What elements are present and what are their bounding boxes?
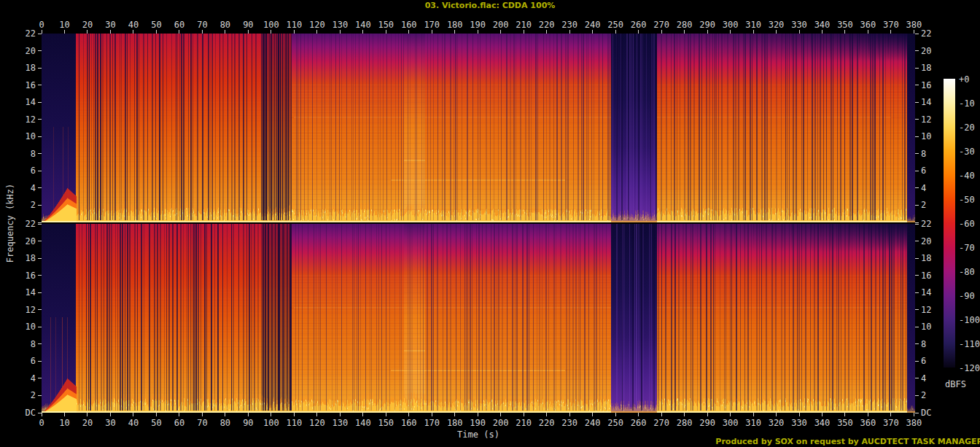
freq-tick-mark: [915, 258, 919, 259]
freq-tick-label: 20: [921, 236, 942, 246]
freq-tick-mark: [38, 187, 42, 188]
time-tick-mark: [638, 413, 639, 416]
time-tick-label: 320: [768, 20, 785, 30]
freq-tick-label: 6: [921, 166, 942, 176]
time-tick-mark: [822, 413, 822, 416]
time-tick-mark: [615, 30, 616, 34]
freq-tick-mark: [38, 309, 42, 310]
time-tick-label: 40: [125, 20, 142, 30]
time-tick-label: 370: [882, 20, 900, 30]
time-tick-label: 80: [217, 20, 234, 30]
time-tick-mark: [868, 30, 868, 34]
time-tick-mark: [524, 413, 524, 416]
freq-tick-label: 14: [15, 97, 36, 107]
time-tick-label: 100: [262, 418, 280, 428]
time-tick-label: 290: [699, 20, 716, 30]
time-tick-mark: [799, 413, 800, 416]
time-tick-mark: [822, 30, 822, 34]
time-tick-mark: [799, 30, 800, 34]
freq-tick-mark: [915, 395, 919, 396]
colorbar-tick-label: +0: [959, 74, 969, 85]
freq-tick-label: 18: [921, 253, 942, 263]
freq-tick-label: 12: [15, 305, 36, 315]
freq-tick-mark: [915, 275, 919, 276]
time-tick-mark: [408, 413, 409, 416]
freq-tick-mark: [915, 50, 919, 51]
freq-tick-mark: [915, 205, 919, 206]
time-tick-mark: [248, 30, 249, 34]
time-tick-label: 20: [79, 20, 96, 30]
time-tick-mark: [661, 413, 662, 416]
time-tick-label: 50: [147, 418, 165, 428]
freq-tick-label: 22: [921, 28, 942, 39]
time-tick-label: 210: [515, 20, 532, 30]
freq-tick-label: 6: [15, 166, 36, 176]
time-tick-label: 150: [377, 20, 394, 30]
freq-tick-mark: [38, 361, 42, 362]
time-tick-mark: [454, 30, 455, 34]
time-tick-mark: [914, 30, 914, 34]
time-tick-mark: [569, 413, 570, 416]
freq-tick-label: 2: [921, 390, 942, 400]
time-tick-label: 330: [790, 20, 808, 30]
freq-tick-mark: [38, 327, 42, 327]
freq-tick-mark: [915, 292, 919, 293]
freq-tick-label: DC: [15, 408, 36, 418]
time-tick-mark: [179, 30, 179, 34]
freq-tick-label: 4: [15, 183, 36, 193]
time-tick-mark: [202, 30, 203, 34]
spectrogram-window: 03. Victorio.flac: CDDA 100% 00101020203…: [0, 0, 980, 447]
page-title: 03. Victorio.flac: CDDA 100%: [425, 1, 556, 10]
time-tick-label: 360: [859, 418, 876, 428]
freq-tick-mark: [38, 241, 42, 241]
time-tick-mark: [730, 413, 731, 416]
time-tick-label: 140: [354, 418, 372, 428]
time-tick-mark: [362, 30, 363, 34]
time-tick-label: 300: [722, 418, 739, 428]
freq-tick-label: 12: [15, 114, 36, 125]
freq-tick-label: 16: [15, 80, 36, 90]
time-tick-label: 170: [423, 20, 440, 30]
time-tick-label: 270: [653, 418, 670, 428]
time-tick-label: 40: [125, 418, 142, 428]
colorbar-tick-label: -120: [959, 363, 980, 373]
dbfs-colorbar: [944, 79, 955, 368]
time-tick-mark: [202, 413, 203, 416]
freq-tick-mark: [915, 187, 919, 188]
freq-tick-label: DC: [921, 408, 942, 418]
time-tick-label: 120: [308, 418, 326, 428]
time-tick-label: 70: [193, 418, 211, 428]
freq-tick-mark: [38, 275, 42, 276]
freq-tick-label: 18: [15, 63, 36, 73]
freq-tick-label: 10: [921, 322, 942, 332]
time-tick-label: 160: [400, 20, 418, 30]
time-tick-mark: [684, 30, 685, 34]
time-tick-label: 240: [584, 418, 602, 428]
time-tick-label: 360: [859, 20, 876, 30]
time-axis-label: Time (s): [457, 429, 499, 440]
time-tick-mark: [133, 413, 133, 416]
freq-tick-mark: [915, 102, 919, 103]
time-tick-mark: [684, 413, 685, 416]
time-tick-mark: [248, 413, 249, 416]
time-tick-label: 0: [33, 418, 50, 428]
time-tick-label: 200: [492, 418, 510, 428]
colorbar-tick-label: -80: [959, 267, 975, 277]
colorbar-tick-label: -60: [959, 219, 975, 229]
time-tick-mark: [432, 30, 432, 34]
freq-tick-label: 14: [15, 287, 36, 298]
freq-tick-mark: [38, 119, 42, 120]
time-tick-mark: [707, 30, 708, 34]
freq-tick-label: 6: [921, 356, 942, 366]
freq-tick-label: 2: [921, 200, 942, 210]
time-tick-mark: [156, 413, 157, 416]
freq-tick-mark: [915, 361, 919, 362]
freq-tick-label: 8: [921, 149, 942, 159]
time-tick-label: 220: [538, 20, 556, 30]
freq-tick-mark: [38, 102, 42, 103]
freq-tick-mark: [38, 343, 42, 344]
time-tick-mark: [776, 413, 777, 416]
time-tick-mark: [844, 30, 845, 34]
freq-tick-label: 2: [15, 390, 36, 400]
time-tick-mark: [524, 30, 524, 34]
